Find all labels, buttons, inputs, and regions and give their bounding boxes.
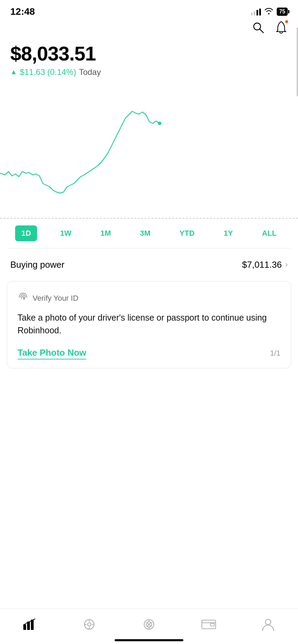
svg-point-7 bbox=[88, 623, 91, 626]
header-icons bbox=[0, 21, 298, 39]
verify-id-icon bbox=[18, 292, 28, 305]
nav-item-cash[interactable] bbox=[194, 615, 223, 634]
verify-id-card: Verify Your ID Take a photo of your driv… bbox=[7, 281, 291, 368]
search-button[interactable] bbox=[251, 21, 265, 36]
portfolio-chart[interactable] bbox=[0, 84, 298, 214]
portfolio-section: $8,033.51 ▲ $11.63 (0.14%) Today bbox=[0, 39, 298, 77]
time-btn-3m[interactable]: 3M bbox=[134, 225, 157, 241]
svg-rect-17 bbox=[210, 623, 214, 626]
time-btn-1d[interactable]: 1D bbox=[15, 225, 37, 241]
verify-footer: Take Photo Now 1/1 bbox=[18, 347, 280, 359]
notification-button[interactable] bbox=[275, 21, 288, 36]
svg-line-1 bbox=[260, 29, 263, 33]
time-btn-ytd[interactable]: YTD bbox=[173, 225, 201, 241]
svg-point-2 bbox=[158, 122, 161, 125]
change-amount: $11.63 (0.14%) bbox=[20, 67, 76, 77]
nav-item-investing[interactable] bbox=[75, 615, 104, 634]
buying-power-value: $7,011.36 › bbox=[242, 259, 288, 270]
cash-nav-icon bbox=[201, 617, 216, 632]
nav-item-profile[interactable] bbox=[254, 615, 283, 634]
verify-title: Verify Your ID bbox=[33, 294, 78, 303]
portfolio-nav-icon bbox=[22, 617, 37, 632]
bottom-nav bbox=[0, 609, 298, 644]
time-btn-1w[interactable]: 1W bbox=[54, 225, 78, 241]
buying-power-row[interactable]: Buying power $7,011.36 › bbox=[0, 248, 298, 281]
buying-power-label: Buying power bbox=[10, 259, 65, 270]
change-today-label: Today bbox=[79, 67, 101, 77]
buying-power-amount: $7,011.36 bbox=[242, 259, 282, 270]
investing-nav-icon bbox=[82, 617, 97, 632]
notification-dot bbox=[285, 20, 289, 24]
portfolio-value: $8,033.51 bbox=[10, 43, 288, 65]
time-btn-1y[interactable]: 1Y bbox=[217, 225, 239, 241]
svg-point-19 bbox=[265, 619, 271, 625]
svg-rect-16 bbox=[202, 620, 215, 629]
time-range-selector: 1D 1W 1M 3M YTD 1Y ALL bbox=[0, 219, 298, 248]
status-bar: 12:48 75 bbox=[0, 0, 298, 21]
profile-nav-icon bbox=[261, 617, 276, 632]
signal-icon bbox=[251, 8, 261, 15]
take-photo-button[interactable]: Take Photo Now bbox=[18, 347, 86, 359]
battery-icon: 75 bbox=[277, 8, 288, 16]
verify-body-text: Take a photo of your driver's license or… bbox=[18, 311, 280, 337]
time-btn-1m[interactable]: 1M bbox=[94, 225, 117, 241]
svg-rect-4 bbox=[27, 622, 30, 630]
portfolio-change: ▲ $11.63 (0.14%) Today bbox=[10, 67, 288, 77]
nav-item-crypto[interactable] bbox=[135, 615, 163, 634]
chevron-right-icon: › bbox=[285, 260, 288, 269]
card-pagination: 1/1 bbox=[270, 349, 280, 358]
home-indicator bbox=[115, 639, 183, 641]
nav-item-portfolio[interactable] bbox=[15, 615, 44, 634]
crypto-nav-icon bbox=[141, 617, 157, 632]
status-time: 12:48 bbox=[10, 6, 35, 17]
change-triangle-icon: ▲ bbox=[10, 68, 17, 76]
wifi-icon bbox=[264, 8, 273, 16]
time-btn-all[interactable]: ALL bbox=[256, 225, 283, 241]
status-icons: 75 bbox=[251, 8, 288, 16]
verify-header: Verify Your ID bbox=[18, 292, 280, 305]
